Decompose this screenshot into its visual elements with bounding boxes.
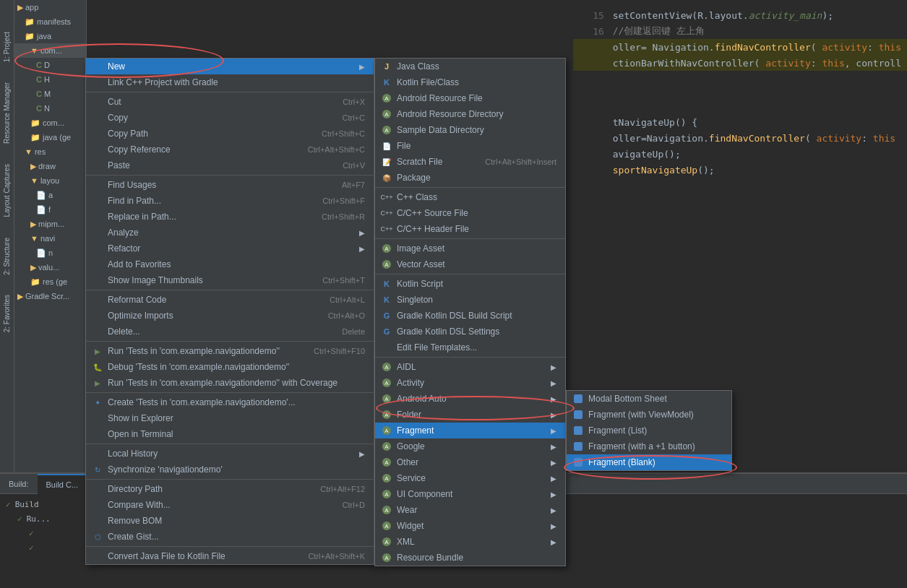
tree-item-gradle[interactable]: ▶ Gradle Scr... bbox=[14, 289, 86, 303]
menu-item-vector-asset[interactable]: A Vector Asset bbox=[375, 256, 565, 272]
menu-item-paste[interactable]: Paste Ctrl+V bbox=[86, 157, 374, 173]
menu-item-edit-templates[interactable]: Edit File Templates... bbox=[375, 340, 565, 355]
menu-item-replace-in-path[interactable]: Replace in Path... Ctrl+Shift+R bbox=[86, 209, 374, 225]
menu-item-create-gist[interactable]: ⬡ Create Gist... bbox=[86, 529, 374, 545]
tree-item-layout[interactable]: ▼ layou bbox=[14, 173, 86, 188]
tree-item-N[interactable]: C N bbox=[14, 101, 86, 116]
folder-icon: ▶ bbox=[30, 263, 36, 272]
menu-item-run-coverage[interactable]: ▶ Run 'Tests in 'com.example.navigationd… bbox=[86, 375, 374, 391]
menu-item-android-resource-file[interactable]: A Android Resource File bbox=[375, 90, 565, 106]
menu-item-ui-component[interactable]: A UI Component ▶ bbox=[375, 486, 565, 502]
menu-item-copy[interactable]: Copy Ctrl+C bbox=[86, 110, 374, 126]
menu-item-find-usages[interactable]: Find Usages Alt+F7 bbox=[86, 177, 374, 193]
menu-item-fragment-plus-button[interactable]: Fragment (with a +1 button) bbox=[567, 438, 731, 454]
menu-item-create-tests[interactable]: ✦ Create 'Tests in 'com.example.navigati… bbox=[86, 394, 374, 410]
menu-item-run-tests[interactable]: ▶ Run 'Tests in 'com.example.navigationd… bbox=[86, 343, 374, 359]
menu-item-service[interactable]: A Service ▶ bbox=[375, 470, 565, 486]
menu-item-new[interactable]: New ▶ bbox=[86, 59, 374, 74]
tree-item-res[interactable]: ▼ res bbox=[14, 144, 86, 159]
menu-item-cut[interactable]: Cut Ctrl+X bbox=[86, 94, 374, 110]
menu-item-android-auto[interactable]: A Android Auto ▶ bbox=[375, 391, 565, 407]
tree-item-com[interactable]: ▼ com... bbox=[14, 43, 86, 58]
tree-item-mipmap[interactable]: ▶ mipm... bbox=[14, 217, 86, 231]
menu-item-android-resource-dir[interactable]: A Android Resource Directory bbox=[375, 106, 565, 122]
tab-resource-manager[interactable]: Resource Manager bbox=[1, 79, 12, 147]
menu-item-debug-tests[interactable]: 🐛 Debug 'Tests in 'com.example.navigatio… bbox=[86, 359, 374, 375]
tree-item-app[interactable]: ▶ app bbox=[14, 0, 86, 14]
menu-item-gradle-dsl-settings[interactable]: G Gradle Kotlin DSL Settings bbox=[375, 324, 565, 340]
menu-item-copy-reference[interactable]: Copy Reference Ctrl+Alt+Shift+C bbox=[86, 142, 374, 157]
menu-item-resource-bundle[interactable]: A Resource Bundle bbox=[375, 550, 565, 566]
menu-item-kotlin-class[interactable]: K Kotlin File/Class bbox=[375, 74, 565, 90]
tree-item-manifests[interactable]: 📁 manifests bbox=[14, 14, 86, 29]
tree-item-navi[interactable]: ▼ navi bbox=[14, 231, 86, 246]
menu-item-copy-path[interactable]: Copy Path Ctrl+Shift+C bbox=[86, 126, 374, 142]
shortcut: Alt+F7 bbox=[342, 181, 365, 189]
menu-item-reformat[interactable]: Reformat Code Ctrl+Alt+L bbox=[86, 292, 374, 308]
menu-item-link-cpp[interactable]: Link C++ Project with Gradle bbox=[86, 74, 374, 90]
menu-item-cpp-source[interactable]: C++ C/C++ Source File bbox=[375, 205, 565, 221]
menu-item-singleton[interactable]: K Singleton bbox=[375, 292, 565, 308]
build-tab-build[interactable]: Build: bbox=[0, 474, 38, 494]
tree-item-a[interactable]: 📄 a bbox=[14, 188, 86, 202]
menu-item-fragment[interactable]: A Fragment ▶ bbox=[375, 423, 565, 438]
tree-item-M[interactable]: C M bbox=[14, 87, 86, 101]
menu-item-analyze[interactable]: Analyze ▶ bbox=[86, 225, 374, 241]
menu-item-find-in-path[interactable]: Find in Path... Ctrl+Shift+F bbox=[86, 193, 374, 209]
tree-item-draw[interactable]: ▶ draw bbox=[14, 159, 86, 173]
tree-item-n[interactable]: 📄 n bbox=[14, 246, 86, 260]
menu-item-cpp-class[interactable]: C++ C++ Class bbox=[375, 189, 565, 205]
tab-layout-captures[interactable]: Layout Captures bbox=[1, 161, 12, 220]
menu-item-show-explorer[interactable]: Show in Explorer bbox=[86, 410, 374, 426]
menu-item-compare[interactable]: Compare With... Ctrl+D bbox=[86, 497, 374, 513]
menu-item-widget[interactable]: A Widget ▶ bbox=[375, 518, 565, 534]
tree-item-java[interactable]: 📁 java bbox=[14, 29, 86, 43]
menu-item-image-asset[interactable]: A Image Asset bbox=[375, 241, 565, 256]
tree-item-D[interactable]: C D bbox=[14, 58, 86, 72]
tree-item-H[interactable]: C H bbox=[14, 72, 86, 87]
menu-item-delete[interactable]: Delete... Delete bbox=[86, 324, 374, 340]
menu-item-synchronize[interactable]: ↻ Synchronize 'navigationdemo' bbox=[86, 462, 374, 477]
menu-item-add-favorites[interactable]: Add to Favorites bbox=[86, 256, 374, 272]
menu-item-local-history[interactable]: Local History ▶ bbox=[86, 446, 374, 462]
tree-item-values[interactable]: ▶ valu... bbox=[14, 260, 86, 274]
menu-item-fragment-blank[interactable]: Fragment (Blank) bbox=[567, 454, 731, 470]
build-tab-build-output[interactable]: Build C... bbox=[38, 474, 87, 494]
bom-icon bbox=[92, 515, 103, 527]
menu-item-cpp-header[interactable]: C++ C/C++ Header File bbox=[375, 221, 565, 237]
menu-item-convert-kotlin[interactable]: Convert Java File to Kotlin File Ctrl+Al… bbox=[86, 548, 374, 564]
menu-item-fragment-viewmodel[interactable]: Fragment (with ViewModel) bbox=[567, 407, 731, 423]
menu-item-wear[interactable]: A Wear ▶ bbox=[375, 502, 565, 518]
menu-item-directory-path[interactable]: Directory Path Ctrl+Alt+F12 bbox=[86, 481, 374, 497]
menu-item-other[interactable]: A Other ▶ bbox=[375, 454, 565, 470]
tree-label: Gradle Scr... bbox=[25, 292, 69, 301]
tab-structure[interactable]: 2: Structure bbox=[1, 235, 12, 278]
menu-item-modal-bottom-sheet[interactable]: Modal Bottom Sheet bbox=[567, 391, 731, 407]
menu-item-activity[interactable]: A Activity ▶ bbox=[375, 375, 565, 391]
menu-item-fragment-list[interactable]: Fragment (List) bbox=[567, 423, 731, 438]
menu-item-google[interactable]: A Google ▶ bbox=[375, 438, 565, 454]
menu-label: Java Class bbox=[397, 61, 439, 72]
tree-item-com2[interactable]: 📁 com... bbox=[14, 116, 86, 130]
menu-item-optimize-imports[interactable]: Optimize Imports Ctrl+Alt+O bbox=[86, 308, 374, 324]
menu-item-open-terminal[interactable]: Open in Terminal bbox=[86, 426, 374, 442]
menu-item-xml[interactable]: A XML ▶ bbox=[375, 534, 565, 550]
menu-item-package[interactable]: 📦 Package bbox=[375, 170, 565, 186]
menu-item-gradle-dsl-build[interactable]: G Gradle Kotlin DSL Build Script bbox=[375, 308, 565, 324]
tab-favorites[interactable]: 2: Favorites bbox=[1, 292, 12, 335]
menu-item-thumbnails[interactable]: Show Image Thumbnails Ctrl+Shift+T bbox=[86, 272, 374, 288]
tree-item-f[interactable]: 📄 f bbox=[14, 202, 86, 217]
tab-project[interactable]: 1: Project bbox=[1, 29, 12, 65]
menu-item-scratch-file[interactable]: 📝 Scratch File Ctrl+Alt+Shift+Insert bbox=[375, 154, 565, 170]
menu-item-kotlin-script[interactable]: K Kotlin Script bbox=[375, 276, 565, 292]
tree-item-res-ge[interactable]: 📁 res (ge bbox=[14, 274, 86, 289]
tree-item-java-ge[interactable]: 📁 java (ge bbox=[14, 130, 86, 144]
menu-item-remove-bom[interactable]: Remove BOM bbox=[86, 513, 374, 529]
menu-item-folder[interactable]: A Folder ▶ bbox=[375, 407, 565, 423]
menu-item-sample-data[interactable]: A Sample Data Directory bbox=[375, 122, 565, 138]
menu-item-file[interactable]: 📄 File bbox=[375, 138, 565, 154]
menu-item-refactor[interactable]: Refactor ▶ bbox=[86, 241, 374, 256]
menu-item-java-class[interactable]: J Java Class bbox=[375, 59, 565, 74]
menu-item-aidl[interactable]: A AIDL ▶ bbox=[375, 359, 565, 375]
line-number: 16 bbox=[579, 26, 604, 37]
